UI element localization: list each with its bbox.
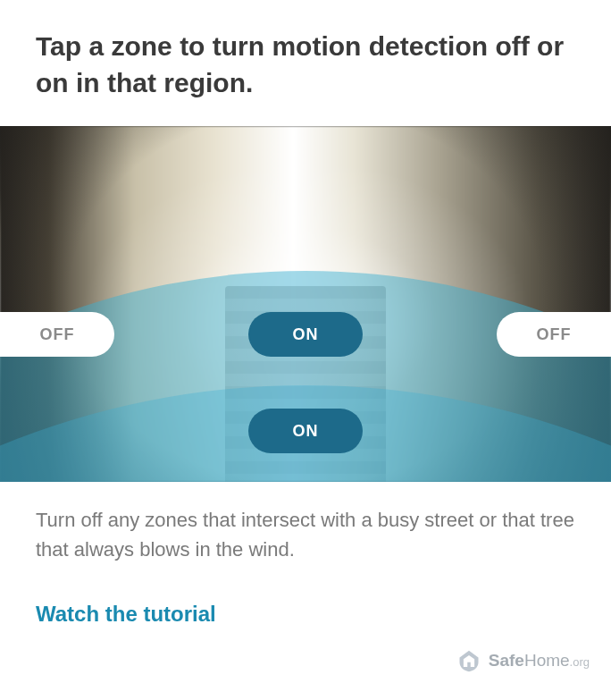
description-section: Turn off any zones that intersect with a…	[0, 482, 611, 564]
zone-toggle-top-center[interactable]: ON	[248, 312, 363, 357]
zone-label: ON	[293, 422, 319, 441]
zone-toggle-top-left[interactable]: OFF	[0, 312, 114, 357]
zone-label: OFF	[40, 325, 75, 344]
tutorial-section: Watch the tutorial	[0, 564, 611, 627]
watermark-brand-1: Safe	[489, 651, 524, 670]
watch-tutorial-link[interactable]: Watch the tutorial	[36, 602, 216, 626]
watermark-tld: .org	[570, 655, 590, 669]
zone-toggle-top-right[interactable]: OFF	[497, 312, 611, 357]
zone-label: ON	[293, 325, 319, 344]
zone-toggle-bottom-center[interactable]: ON	[248, 409, 363, 453]
camera-preview[interactable]: OFF ON OFF ON	[0, 126, 611, 482]
watermark: SafeHome.org	[456, 648, 590, 673]
house-shield-icon	[456, 648, 481, 673]
zone-label: OFF	[537, 325, 572, 344]
page-title: Tap a zone to turn motion detection off …	[36, 29, 575, 101]
header: Tap a zone to turn motion detection off …	[0, 0, 611, 126]
svg-rect-0	[467, 662, 471, 667]
watermark-text: SafeHome.org	[489, 651, 590, 670]
watermark-brand-2: Home	[524, 651, 570, 670]
zone-row-bottom: ON	[0, 409, 611, 453]
description-text: Turn off any zones that intersect with a…	[36, 505, 575, 564]
zone-row-top: OFF ON OFF	[0, 312, 611, 357]
